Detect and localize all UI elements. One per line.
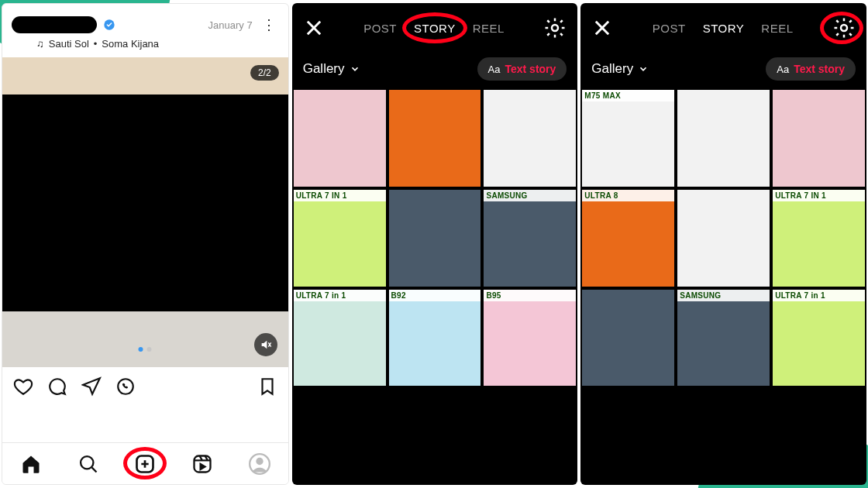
close-icon[interactable] <box>591 17 613 39</box>
thumb-label: ULTRA 8 <box>582 190 674 201</box>
gallery-dropdown[interactable]: Gallery <box>303 61 360 77</box>
tab-story[interactable]: STORY <box>414 22 456 35</box>
panel-story-creator-a: POST STORY REEL Gallery Aa Text story UL… <box>292 3 578 485</box>
gallery-label: Gallery <box>591 61 633 77</box>
gallery-grid: M75 MAXULTRA 8ULTRA 7 IN 1SAMSUNGULTRA 7… <box>580 90 866 386</box>
svg-point-7 <box>552 25 558 31</box>
gallery-thumb[interactable] <box>677 190 770 287</box>
gallery-thumb[interactable]: ULTRA 7 IN 1 <box>773 190 865 287</box>
thumb-label: B95 <box>484 290 576 301</box>
thumb-label: ULTRA 7 IN 1 <box>773 190 865 201</box>
aa-icon: Aa <box>488 64 501 75</box>
thumb-label: ULTRA 7 in 1 <box>773 290 865 301</box>
settings-gear-icon[interactable] <box>832 16 856 40</box>
gallery-grid: ULTRA 7 IN 1SAMSUNGULTRA 7 in 1B92B95 <box>292 90 578 386</box>
svg-point-2 <box>81 456 93 469</box>
gallery-thumb[interactable] <box>294 90 386 187</box>
tab-post[interactable]: POST <box>653 22 686 35</box>
creator-tabs: POST STORY REEL <box>331 22 538 35</box>
text-story-label: Text story <box>505 63 556 75</box>
thumb-label: SAMSUNG <box>484 190 576 201</box>
profile-avatar[interactable] <box>249 453 270 475</box>
gallery-thumb[interactable]: SAMSUNG <box>677 290 770 387</box>
thumb-label: B92 <box>389 290 481 301</box>
creator-tabs: POST STORY REEL <box>619 22 826 35</box>
search-icon[interactable] <box>78 453 99 475</box>
whatsapp-icon[interactable] <box>115 376 136 397</box>
gallery-thumb[interactable]: ULTRA 7 in 1 <box>773 290 865 387</box>
gallery-thumb[interactable]: ULTRA 7 in 1 <box>294 290 386 387</box>
gallery-thumb[interactable]: ULTRA 7 IN 1 <box>294 190 386 287</box>
music-artist[interactable]: Sauti Sol <box>49 38 89 50</box>
gallery-thumb[interactable] <box>582 290 674 387</box>
tab-reel[interactable]: REEL <box>761 22 793 35</box>
bottom-nav <box>2 442 288 484</box>
gallery-thumb[interactable]: M75 MAX <box>582 90 674 187</box>
panel-feed: January 7 ⋮ ♫ Sauti Sol • Soma Kijana 2/… <box>2 3 289 485</box>
svg-point-8 <box>841 25 847 31</box>
gallery-label: Gallery <box>303 61 345 77</box>
plus-square-icon[interactable] <box>134 453 156 475</box>
thumb-label: M75 MAX <box>582 90 674 101</box>
gallery-thumb[interactable]: B95 <box>484 290 576 387</box>
send-icon[interactable] <box>81 376 102 397</box>
svg-rect-4 <box>195 455 211 472</box>
tab-story[interactable]: STORY <box>703 22 745 35</box>
home-icon[interactable] <box>20 453 42 475</box>
settings-gear-icon[interactable] <box>543 16 567 40</box>
thumb-label: ULTRA 7 in 1 <box>294 290 386 301</box>
music-note-icon: ♫ <box>36 38 44 50</box>
sound-muted-icon <box>260 339 272 351</box>
gallery-thumb[interactable]: ULTRA 8 <box>582 190 674 287</box>
tab-reel[interactable]: REEL <box>473 22 505 35</box>
more-vertical-icon[interactable]: ⋮ <box>259 16 279 33</box>
gallery-dropdown[interactable]: Gallery <box>591 61 649 77</box>
post-media[interactable]: 2/2 <box>2 57 288 367</box>
username-redacted[interactable] <box>12 16 97 33</box>
gallery-thumb[interactable] <box>389 190 481 287</box>
pager-dots <box>139 347 152 352</box>
gallery-thumb[interactable] <box>677 90 770 187</box>
gallery-thumb[interactable] <box>389 90 481 187</box>
text-story-label: Text story <box>794 63 845 75</box>
svg-point-6 <box>256 457 263 464</box>
carousel-index: 2/2 <box>250 65 279 81</box>
music-track[interactable]: Soma Kijana <box>102 38 159 50</box>
mute-button[interactable] <box>254 333 277 356</box>
thumb-label: ULTRA 7 IN 1 <box>294 190 386 201</box>
heart-icon[interactable] <box>13 376 33 397</box>
post-date: January 7 <box>208 19 253 31</box>
reels-icon[interactable] <box>191 453 213 475</box>
chevron-down-icon <box>350 64 360 74</box>
aa-icon: Aa <box>777 64 789 75</box>
gallery-thumb[interactable] <box>773 90 865 187</box>
close-icon[interactable] <box>303 17 325 39</box>
gallery-thumb[interactable]: SAMSUNG <box>484 190 576 287</box>
bookmark-icon[interactable] <box>257 376 277 397</box>
dot: • <box>94 38 98 50</box>
text-story-button[interactable]: Aa Text story <box>766 57 856 81</box>
thumb-label: SAMSUNG <box>677 290 770 301</box>
text-story-button[interactable]: Aa Text story <box>477 57 567 81</box>
verified-badge-icon <box>103 19 115 31</box>
panel-story-creator-b: POST STORY REEL Gallery Aa Text story M7… <box>580 3 866 485</box>
chevron-down-icon <box>638 64 649 74</box>
tab-post[interactable]: POST <box>363 22 397 35</box>
gallery-thumb[interactable]: B92 <box>389 290 481 387</box>
comment-icon[interactable] <box>47 376 67 397</box>
gallery-thumb[interactable] <box>484 90 576 187</box>
